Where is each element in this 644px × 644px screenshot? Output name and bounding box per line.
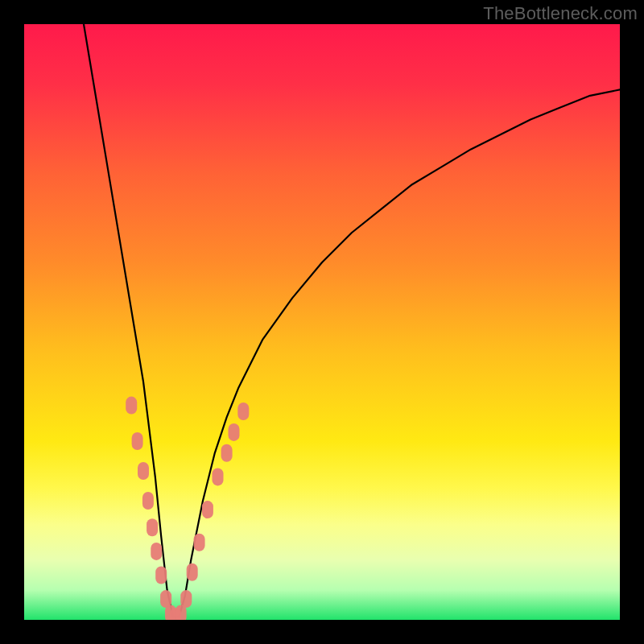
curve-marker: [126, 397, 137, 415]
curve-marker: [151, 543, 162, 560]
curve-marker: [138, 462, 149, 480]
curve-marker: [237, 402, 249, 420]
curve-marker: [213, 468, 224, 485]
curve-marker: [194, 534, 205, 551]
curve-marker: [155, 567, 167, 584]
curve-marker: [142, 492, 154, 510]
curve-marker: [228, 423, 239, 441]
watermark-text: TheBottleneck.com: [483, 3, 638, 24]
curve-marker: [221, 444, 233, 462]
curve-marker: [202, 501, 213, 518]
curve-marker: [180, 590, 192, 608]
chart-svg: [24, 24, 620, 620]
curve-marker: [147, 518, 158, 536]
curve-marker: [132, 432, 143, 450]
gradient-background: [24, 24, 620, 620]
plot-area: [24, 24, 620, 620]
curve-marker: [187, 564, 198, 581]
chart-frame: TheBottleneck.com: [0, 0, 644, 644]
